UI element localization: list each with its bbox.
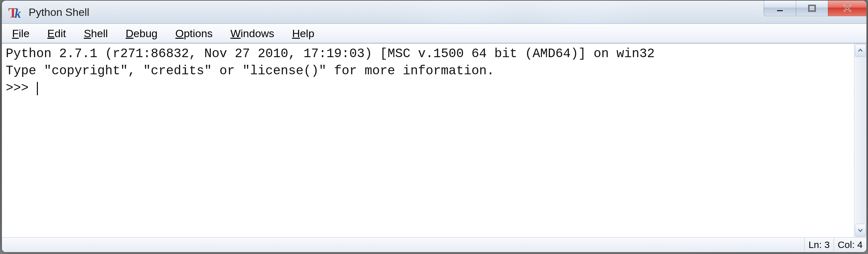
banner-line-1: Python 2.7.1 (r271:86832, Nov 27 2010, 1…	[6, 47, 655, 61]
menu-windows[interactable]: Windows	[221, 26, 283, 42]
menu-file[interactable]: File	[3, 26, 38, 42]
menu-options[interactable]: Options	[166, 26, 221, 42]
chevron-up-icon	[858, 48, 863, 53]
status-bar: Ln: 3 Col: 4	[2, 237, 866, 252]
maximize-icon	[807, 3, 817, 14]
close-button[interactable]	[828, 1, 866, 16]
shell-prompt: >>>	[6, 81, 36, 95]
status-col: Col: 4	[834, 238, 866, 252]
svg-rect-1	[809, 5, 815, 11]
scroll-up-button[interactable]	[855, 44, 866, 57]
text-cursor	[37, 82, 38, 95]
menu-bar: File Edit Shell Debug Options Windows He…	[2, 24, 866, 43]
minimize-button[interactable]	[764, 1, 796, 16]
caption-button-group	[764, 1, 866, 16]
banner-line-2: Type "copyright", "credits" or "license(…	[6, 64, 494, 78]
menu-debug[interactable]: Debug	[117, 26, 166, 42]
close-icon	[841, 3, 854, 14]
shell-text-area[interactable]: Python 2.7.1 (r271:86832, Nov 27 2010, 1…	[2, 43, 854, 237]
menu-help[interactable]: Help	[283, 26, 323, 42]
scroll-down-button[interactable]	[855, 224, 866, 237]
title-bar[interactable]: Tk Python Shell	[2, 1, 866, 24]
maximize-button[interactable]	[796, 1, 828, 16]
svg-rect-2	[809, 5, 815, 11]
menu-shell[interactable]: Shell	[75, 26, 117, 42]
menu-edit[interactable]: Edit	[38, 26, 75, 42]
minimize-icon	[774, 3, 785, 14]
tk-app-icon: Tk	[8, 5, 23, 20]
idle-window: Tk Python Shell	[1, 0, 867, 253]
status-line: Ln: 3	[804, 238, 834, 252]
chevron-down-icon	[858, 227, 863, 233]
editor-area: Python 2.7.1 (r271:86832, Nov 27 2010, 1…	[2, 43, 866, 237]
svg-rect-0	[777, 10, 783, 11]
scroll-track[interactable]	[854, 58, 866, 223]
window-title: Python Shell	[29, 6, 89, 19]
vertical-scrollbar[interactable]	[854, 43, 866, 237]
